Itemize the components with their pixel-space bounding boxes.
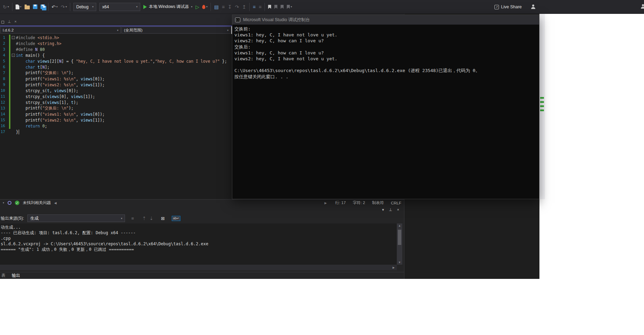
toggle-bookmark-icon[interactable] xyxy=(268,5,271,9)
expand-right-icon[interactable]: ▶ xyxy=(324,201,327,205)
line-number[interactable]: 16 xyxy=(0,124,7,128)
output-source-value: 生成 xyxy=(30,215,38,221)
scroll-right-icon[interactable]: ▶ xyxy=(393,266,395,269)
redo-icon[interactable]: ↷▾ xyxy=(61,5,67,9)
line-number[interactable]: 2 xyxy=(0,41,7,46)
open-folder-icon[interactable] xyxy=(25,5,30,9)
scroll-left-icon[interactable]: ◀ xyxy=(54,201,57,205)
tab-error-list[interactable]: 表 xyxy=(1,273,6,279)
fold-marker-icon[interactable]: - xyxy=(12,36,15,39)
console-output[interactable]: 交换前:views1: hey, C, I have not love u ye… xyxy=(232,25,539,81)
line-number[interactable]: 6 xyxy=(0,65,7,69)
start-debugging-button[interactable]: 本地 Windows 调试器▾ xyxy=(143,4,192,10)
change-indicator xyxy=(9,117,10,123)
play-icon xyxy=(143,5,147,9)
live-share-button[interactable]: ↗ Live Share xyxy=(494,0,522,14)
hot-reload-icon[interactable]: ▾ xyxy=(202,5,207,9)
health-menu-icon[interactable]: ▾ xyxy=(3,201,4,204)
window-position-icon[interactable]: ▾ xyxy=(382,208,384,212)
console-title-bar[interactable]: C:\ Microsoft Visual Studio 调试控制台 xyxy=(232,15,539,25)
watch-window-icon[interactable]: ≡ xyxy=(222,5,225,9)
scroll-up-icon[interactable]: ▲ xyxy=(398,224,401,227)
nav-history-icon[interactable]: ↻▾ xyxy=(3,5,9,9)
line-number[interactable]: 12 xyxy=(0,100,7,105)
eol-indicator[interactable]: CRLF xyxy=(391,201,401,205)
line-indicator[interactable]: 行: 17 xyxy=(335,200,346,205)
line-number[interactable]: 4 xyxy=(0,53,7,58)
save-icon[interactable] xyxy=(33,5,37,9)
format-indent-decrease-icon[interactable]: ≡ xyxy=(253,5,256,9)
caret-down-icon: ▾ xyxy=(136,5,137,8)
saved-change-mark xyxy=(540,109,544,111)
line-number[interactable]: 9 xyxy=(0,82,7,87)
next-message-icon[interactable]: ⇣ xyxy=(150,216,153,221)
code-text: printf("交换后: \n"); xyxy=(16,106,73,111)
start-without-debugging-icon[interactable]: ▷ xyxy=(196,5,199,9)
console-line: C:\Users\46453\source\repos\tasl.d.6.2\x… xyxy=(234,68,537,73)
output-text-area[interactable]: 动生成...---- 已启动生成: 项目: tasl.d.6.2, 配置: De… xyxy=(0,223,397,265)
find-message-icon[interactable]: ≡ xyxy=(131,216,134,221)
console-line: views2: hey, C, I have not love u yet. xyxy=(234,56,537,62)
close-icon[interactable]: × xyxy=(397,208,399,212)
fold-marker-icon[interactable]: - xyxy=(12,54,15,57)
fold-column[interactable]: - xyxy=(10,36,16,39)
caret-down-icon: ▾ xyxy=(206,6,207,8)
platform-dropdown[interactable]: x64▾ xyxy=(99,3,140,11)
check-icon: ✓ xyxy=(15,201,19,205)
undo-icon[interactable]: ↶▾ xyxy=(52,5,58,9)
line-number[interactable]: 8 xyxy=(0,77,7,81)
saved-change-mark xyxy=(540,105,544,107)
clear-bookmarks-icon[interactable]: ▾ xyxy=(287,5,292,9)
floppy-glyph-icon xyxy=(42,6,46,10)
step-over-icon[interactable]: ↷ xyxy=(235,5,239,9)
pin-icon[interactable]: ⊥ xyxy=(389,208,392,212)
window-icon[interactable] xyxy=(1,21,4,24)
scrollbar-thumb[interactable] xyxy=(398,230,401,245)
line-number[interactable]: 10 xyxy=(0,88,7,93)
step-out-icon[interactable]: ↥ xyxy=(242,5,246,9)
line-number[interactable]: 17 xyxy=(0,130,7,134)
scope-dropdown[interactable]: (全局范围) ▾ xyxy=(122,27,231,34)
document-dropdown-value: l.d.6.2 xyxy=(3,28,14,32)
line-number[interactable]: 15 xyxy=(0,118,7,122)
document-dropdown[interactable]: l.d.6.2 ▾ xyxy=(0,27,121,34)
diagnostics-icon[interactable]: ▤ xyxy=(214,5,218,9)
output-panel-toolbar: 输出来源(S): 生成 ▾ ≡ ⇡ ⇣ ⊠ ab↵ xyxy=(0,213,404,223)
solution-config-dropdown[interactable]: Debug▾ xyxy=(73,3,96,11)
caret-down-icon: ▾ xyxy=(191,5,193,8)
line-number[interactable]: 5 xyxy=(0,59,7,63)
editor-scrollbar-strip[interactable] xyxy=(539,14,545,199)
next-bookmark-icon[interactable] xyxy=(280,5,284,9)
line-number[interactable]: 1 xyxy=(0,35,7,40)
line-number[interactable]: 3 xyxy=(0,47,7,52)
clear-all-icon[interactable]: ⊠ xyxy=(161,216,165,221)
change-indicator xyxy=(9,99,10,105)
line-number[interactable]: 14 xyxy=(0,112,7,116)
console-line: 交换后: xyxy=(234,44,537,50)
fold-column[interactable]: - xyxy=(10,54,16,57)
column-indicator[interactable]: 字符: 2 xyxy=(353,200,365,205)
caret-down-icon: ▾ xyxy=(20,6,21,8)
prev-message-icon[interactable]: ⇡ xyxy=(142,216,146,221)
health-indicator-icon[interactable] xyxy=(8,201,11,205)
line-number[interactable]: 13 xyxy=(0,106,7,111)
word-wrap-toggle[interactable]: ab↵ xyxy=(172,216,181,221)
code-text: #include <stdio.h> xyxy=(16,35,59,40)
tabs-indicator[interactable]: 制表符 xyxy=(372,200,384,205)
new-file-icon[interactable]: ▾ xyxy=(16,5,21,9)
prev-bookmark-icon[interactable] xyxy=(274,5,277,9)
format-indent-increase-icon[interactable]: ≡ xyxy=(259,5,261,9)
output-source-dropdown[interactable]: 生成 ▾ xyxy=(27,214,125,222)
pin-icon[interactable]: ⊥ xyxy=(8,20,11,24)
output-horizontal-scrollbar[interactable]: ▶ xyxy=(0,265,397,270)
line-number[interactable]: 7 xyxy=(0,71,7,75)
editor-navigation-bar: l.d.6.2 ▾ (全局范围) ▾ xyxy=(0,26,231,34)
close-icon[interactable]: × xyxy=(15,20,17,24)
debug-console-window[interactable]: C:\ Microsoft Visual Studio 调试控制台 交换前:vi… xyxy=(232,15,539,199)
save-all-icon[interactable] xyxy=(41,5,45,9)
line-number[interactable]: 11 xyxy=(0,94,7,99)
step-into-icon[interactable]: ↧ xyxy=(228,5,232,9)
scroll-down-icon[interactable]: ▼ xyxy=(398,261,401,264)
flame-glyph-icon xyxy=(202,5,205,9)
tab-output[interactable]: 输出 xyxy=(12,273,20,279)
